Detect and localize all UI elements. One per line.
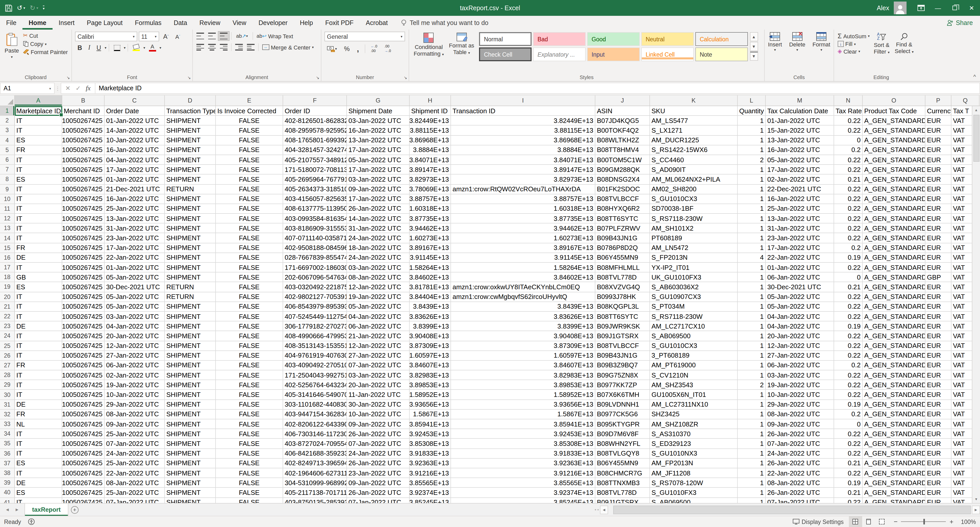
cell-I4[interactable]: 3.86968E+13 (451, 135, 595, 145)
cell-P10[interactable]: EUR (926, 194, 951, 204)
tab-foxit-pdf[interactable]: Foxit PDF (319, 16, 360, 30)
column-header-M[interactable]: M (766, 96, 834, 106)
cell-N38[interactable]: 0.22 (834, 468, 863, 478)
cell-N34[interactable]: 0.22 (834, 429, 863, 439)
cell-B15[interactable]: 10050267425 (62, 243, 105, 253)
cell-L30[interactable]: 1 (738, 390, 766, 400)
cell-J21[interactable]: B08KQGPL3L (595, 302, 650, 312)
cell-O23[interactable]: A_GEN_STANDARD (863, 322, 926, 331)
cell-B10[interactable]: 10050267425 (62, 194, 105, 204)
zoom-level[interactable]: 100% (959, 519, 976, 525)
cell-F6[interactable]: 405-2107557-3489120 (283, 155, 347, 165)
cell-H23[interactable]: 3.8399E+13 (410, 322, 451, 331)
copy-button[interactable]: Copy▾ (21, 40, 69, 48)
cell-C8[interactable]: 01-Jan-2022 UTC (105, 175, 165, 185)
cell-C26[interactable]: 27-Jan-2022 UTC (105, 351, 165, 360)
cell-M2[interactable]: 01-Jan-2022 UTC (766, 116, 834, 126)
cell-L7[interactable]: 1 (738, 165, 766, 175)
cell-K24[interactable]: S_AB069500 (650, 331, 738, 341)
cell-J18[interactable]: B08TVL778D (595, 272, 650, 282)
cell-N8[interactable]: 0.21 (834, 175, 863, 185)
cell-C5[interactable]: 16-Jan-2022 UTC (105, 145, 165, 155)
cell-K25[interactable]: S_GU1010CX3 (650, 341, 738, 351)
cell-M11[interactable]: 25-Jan-2022 UTC (766, 204, 834, 214)
cell-M12[interactable]: 13-Jan-2022 UTC (766, 214, 834, 223)
cell-O40[interactable]: A_GEN_STANDARD (863, 488, 926, 498)
cell-O28[interactable]: A_GEN_STANDARD (863, 370, 926, 380)
cell-F11[interactable]: 408-6137775-1139508 (283, 204, 347, 214)
orientation-button[interactable]: ab↗▾ (234, 33, 250, 39)
cell-J26[interactable]: B09B43JN1G (595, 351, 650, 360)
cell-J7[interactable]: B09GM288QK (595, 165, 650, 175)
cell-K16[interactable]: S_FP2013N (650, 253, 738, 263)
cell-P36[interactable]: EUR (926, 449, 951, 459)
cell-F10[interactable]: 403-4156057-8256358 (283, 194, 347, 204)
row-header-10[interactable]: 10 (0, 194, 15, 204)
cell-L26[interactable]: 1 (738, 351, 766, 360)
cell-I24[interactable]: 3.90408E+13 (451, 331, 595, 341)
cell-B22[interactable]: 10050267425 (62, 312, 105, 322)
cell-J33[interactable]: B095KTYGPR (595, 419, 650, 429)
cell-A5[interactable]: FR (15, 145, 62, 155)
cell-A1[interactable]: Marketplace ID (15, 106, 62, 116)
cell-H9[interactable]: 3.78069E+13 (410, 185, 451, 194)
font-size-select[interactable]: 11▾ (139, 32, 159, 41)
cell-F36[interactable]: 406-8421688-3592336 (283, 449, 347, 459)
select-all-corner[interactable] (0, 96, 15, 106)
minimize-button[interactable]: — (929, 0, 946, 16)
font-color-dropdown[interactable]: ▾ (159, 46, 161, 49)
row-header-35[interactable]: 35 (0, 439, 15, 449)
cell-P41[interactable]: EUR (926, 498, 951, 503)
normal-view-button[interactable] (849, 516, 862, 527)
cell-L18[interactable]: 1 (738, 272, 766, 282)
cell-C9[interactable]: 21-Dec-2021 UTC (105, 185, 165, 194)
cell-I22[interactable]: 3.83626E+13 (451, 312, 595, 322)
cell-L27[interactable]: 1 (738, 361, 766, 370)
cell-C34[interactable]: 25-Jan-2022 UTC (105, 429, 165, 439)
cell-O37[interactable]: A_GEN_STANDARD (863, 459, 926, 468)
cell-I3[interactable]: 3.88115E+13 (451, 126, 595, 135)
cell-O16[interactable]: A_GEN_STANDARD (863, 253, 926, 263)
cell-E31[interactable]: FALSE (216, 400, 283, 409)
cell-H10[interactable]: 3.88757E+13 (410, 194, 451, 204)
cell-G22[interactable]: 04-Jan-2022 UTC (347, 312, 410, 322)
cell-F27[interactable]: 403-4090492-2705106 (283, 361, 347, 370)
cell-I33[interactable]: 3.85941E+13 (451, 419, 595, 429)
cell-J36[interactable]: B08TVLGQY8 (595, 449, 650, 459)
cell-K23[interactable]: AM_LC2717CX10 (650, 322, 738, 331)
cell-C3[interactable]: 14-Jan-2022 UTC (105, 126, 165, 135)
cell-G36[interactable]: 24-Jan-2022 UTC (347, 449, 410, 459)
cell-E41[interactable]: FALSE (216, 498, 283, 503)
cell-J35[interactable]: B08WHN2YFL (595, 439, 650, 449)
cell-E15[interactable]: FALSE (216, 243, 283, 253)
cell-G13[interactable]: 31-Jan-2022 UTC (347, 224, 410, 233)
cell-B16[interactable]: 10050267425 (62, 253, 105, 263)
cell-C6[interactable]: 04-Jan-2022 UTC (105, 155, 165, 165)
cell-O20[interactable]: A_GEN_STANDARD (863, 292, 926, 302)
cell-P14[interactable]: EUR (926, 233, 951, 243)
cell-A11[interactable]: IT (15, 204, 62, 214)
cell-L9[interactable]: 1 (738, 185, 766, 194)
cell-C33[interactable]: 09-Jan-2022 UTC (105, 419, 165, 429)
gallery-scroll-down[interactable]: ▼ (750, 42, 758, 51)
cell-P27[interactable]: EUR (926, 361, 951, 370)
autosum-button[interactable]: ΣAutoSum▾ (836, 32, 871, 40)
cell-L39[interactable]: 1 (738, 478, 766, 488)
style-good[interactable]: Good (587, 32, 640, 46)
cell-P7[interactable]: EUR (926, 165, 951, 175)
cell-K31[interactable]: AM_LC27311NX10 (650, 400, 738, 409)
horizontal-scroll-thumb[interactable] (613, 505, 971, 514)
cell-B32[interactable]: 10050267425 (62, 410, 105, 419)
tab-file[interactable]: File (0, 16, 22, 30)
style-input[interactable]: Input (587, 48, 640, 61)
tab-help[interactable]: Help (294, 16, 319, 30)
cell-B9[interactable]: 10050267425 (62, 185, 105, 194)
cell-D15[interactable]: SHIPMENT (165, 243, 216, 253)
row-header-3[interactable]: 3 (0, 126, 15, 135)
cell-N37[interactable]: 0.21 (834, 459, 863, 468)
merge-center-button[interactable]: ⇔ Merge & Center▾ (261, 43, 315, 51)
cell-C18[interactable]: 05-Jan-2022 UTC (105, 272, 165, 282)
cell-J6[interactable]: B00TOM5C1W (595, 155, 650, 165)
row-header-22[interactable]: 22 (0, 312, 15, 322)
cell-I6[interactable]: 3.84071E+13 (451, 155, 595, 165)
